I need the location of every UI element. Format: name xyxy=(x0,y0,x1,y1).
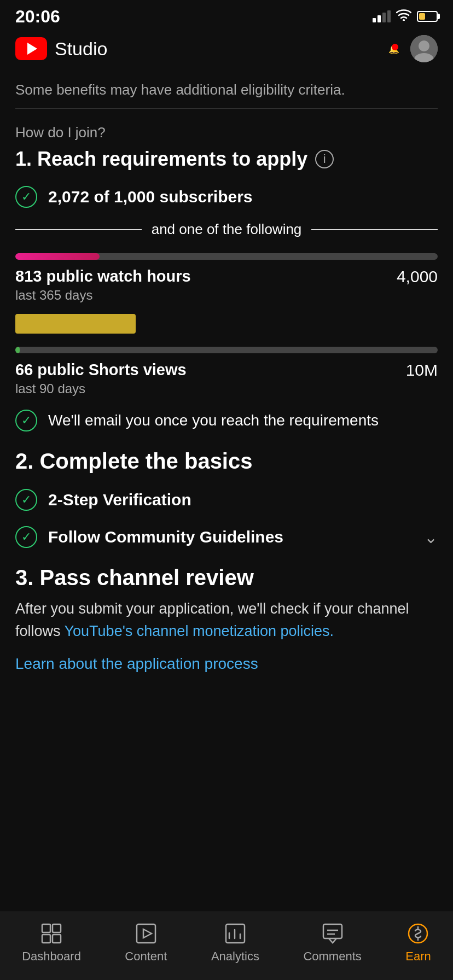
content-icon xyxy=(135,922,158,945)
comments-label: Comments xyxy=(303,949,361,964)
how-to-join-section: How do I join? 1. Reach requirements to … xyxy=(0,109,453,431)
info-icon[interactable]: i xyxy=(315,150,334,168)
shorts-sublabel: last 90 days xyxy=(15,381,187,396)
logo: Studio xyxy=(15,37,107,60)
step2-section: 2. Complete the basics ✓ 2-Step Verifica… xyxy=(0,449,453,548)
comments-icon xyxy=(321,922,344,945)
nav-item-dashboard[interactable]: Dashboard xyxy=(22,922,81,964)
avatar[interactable] xyxy=(410,35,438,62)
or-divider: and one of the following xyxy=(15,221,438,238)
earn-icon xyxy=(406,922,429,945)
youtube-logo xyxy=(15,37,47,60)
svg-point-0 xyxy=(403,19,405,21)
watch-hours-bar-fill xyxy=(15,253,100,260)
notification-dot xyxy=(392,44,398,50)
svg-rect-5 xyxy=(53,924,61,932)
redacted-value xyxy=(15,314,136,334)
community-row[interactable]: ✓ Follow Community Guidelines ⌄ xyxy=(15,526,438,548)
analytics-icon xyxy=(224,922,247,945)
wifi-icon xyxy=(396,9,411,24)
nav-item-comments[interactable]: Comments xyxy=(303,922,361,964)
watch-hours-sublabel: last 365 days xyxy=(15,288,191,303)
step2-title: 2. Complete the basics xyxy=(15,449,438,474)
step3-section: 3. Pass channel review After you submit … xyxy=(0,565,453,673)
watch-hours-label: 813 public watch hours xyxy=(15,267,191,285)
svg-rect-6 xyxy=(42,935,50,943)
notification-bell[interactable]: 🔔 xyxy=(388,44,399,54)
header-actions: 🔔 xyxy=(388,35,438,62)
email-notification-text: We'll email you once you reach the requi… xyxy=(48,412,379,429)
watch-hours-row: 813 public watch hours last 365 days 4,0… xyxy=(15,267,438,303)
learn-application-link[interactable]: Learn about the application process xyxy=(15,655,438,673)
earn-label: Earn xyxy=(405,949,431,964)
email-check: ✓ xyxy=(15,410,37,431)
app-header: Studio 🔔 xyxy=(0,30,453,71)
dashboard-label: Dashboard xyxy=(22,949,81,964)
status-time: 20:06 xyxy=(15,7,60,27)
shorts-views-section: 66 public Shorts views last 90 days 10M xyxy=(15,347,438,396)
nav-item-content[interactable]: Content xyxy=(125,922,167,964)
subscribers-text: 2,072 of 1,000 subscribers xyxy=(48,188,253,206)
monetization-policy-link[interactable]: YouTube's channel monetization policies. xyxy=(65,623,334,639)
watch-hours-section: 813 public watch hours last 365 days 4,0… xyxy=(15,253,438,303)
dashboard-icon xyxy=(40,922,63,945)
step1-title-text: 1. Reach requirements to apply xyxy=(15,148,307,171)
app-title: Studio xyxy=(55,38,107,60)
community-check: ✓ xyxy=(15,526,37,548)
step1-title-row: 1. Reach requirements to apply i xyxy=(15,148,438,171)
two-step-row: ✓ 2-Step Verification xyxy=(15,489,438,511)
shorts-row: 66 public Shorts views last 90 days 10M xyxy=(15,361,438,396)
step3-description: After you submit your application, we'll… xyxy=(15,598,438,642)
svg-marker-9 xyxy=(143,929,152,938)
battery-icon xyxy=(417,11,438,22)
svg-point-2 xyxy=(419,40,429,51)
how-join-label: How do I join? xyxy=(15,124,438,141)
community-text: Follow Community Guidelines xyxy=(48,528,283,546)
email-notification-row: ✓ We'll email you once you reach the req… xyxy=(15,410,438,431)
watch-hours-bar-container xyxy=(15,253,438,260)
play-icon xyxy=(27,43,37,55)
subscribers-row: ✓ 2,072 of 1,000 subscribers xyxy=(15,186,438,208)
chevron-down-icon: ⌄ xyxy=(424,528,438,547)
svg-rect-14 xyxy=(323,924,342,938)
watch-hours-goal: 4,000 xyxy=(397,267,438,286)
content-label: Content xyxy=(125,949,167,964)
nav-item-earn[interactable]: Earn xyxy=(405,922,431,964)
status-bar: 20:06 xyxy=(0,0,453,30)
bottom-nav: Dashboard Content Analytics Comments xyxy=(0,912,453,980)
step3-title: 3. Pass channel review xyxy=(15,565,438,590)
shorts-bar-fill xyxy=(15,347,20,353)
or-text: and one of the following xyxy=(142,221,312,238)
shorts-goal: 10M xyxy=(406,361,438,380)
two-step-text: 2-Step Verification xyxy=(48,491,191,509)
signal-icon xyxy=(373,10,391,22)
svg-rect-7 xyxy=(53,935,61,943)
subscribers-check: ✓ xyxy=(15,186,37,208)
nav-item-analytics[interactable]: Analytics xyxy=(211,922,259,964)
svg-rect-4 xyxy=(42,924,50,932)
shorts-label: 66 public Shorts views xyxy=(15,361,187,379)
status-icons xyxy=(373,9,438,24)
two-step-check: ✓ xyxy=(15,489,37,511)
analytics-label: Analytics xyxy=(211,949,259,964)
shorts-bar-container xyxy=(15,347,438,353)
eligibility-notice: Some benefits may have additional eligib… xyxy=(0,71,453,108)
